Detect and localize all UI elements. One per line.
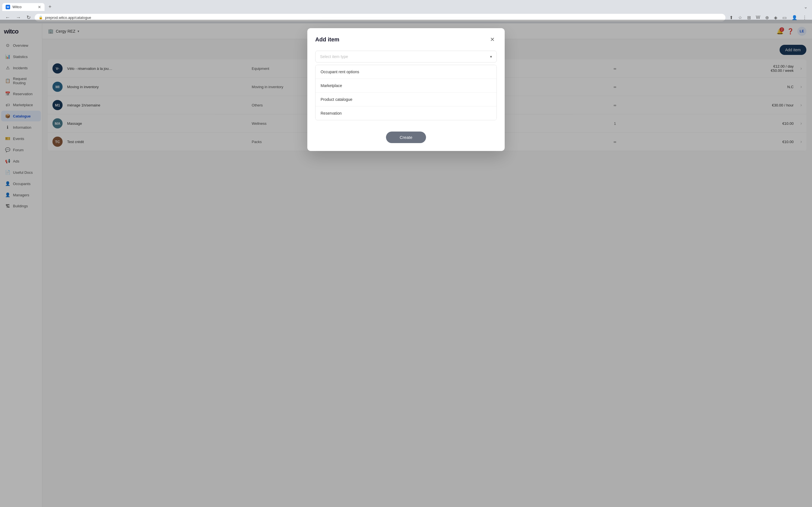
add-item-modal: Add item ✕ Select item type ▾ Occupant r…: [307, 28, 505, 151]
tab-title: Witco: [12, 5, 36, 9]
lock-icon: 🔒: [39, 15, 43, 19]
create-button[interactable]: Create: [386, 131, 426, 143]
url-text: preprod.witco.app/catalogue: [45, 15, 91, 20]
item-type-select[interactable]: Select item type ▾: [315, 51, 497, 62]
dropdown-option-marketplace[interactable]: Marketplace: [315, 79, 497, 93]
dropdown-chevron-icon: ▾: [490, 54, 492, 59]
tab-favicon: W: [6, 5, 10, 9]
modal-overlay[interactable]: Add item ✕ Select item type ▾ Occupant r…: [0, 20, 812, 507]
modal-title: Add item: [315, 36, 340, 43]
tab-list-button[interactable]: ⌄: [802, 3, 810, 11]
select-placeholder: Select item type: [320, 54, 348, 59]
modal-body: Select item type ▾ Occupant rent options…: [307, 48, 505, 127]
modal-close-button[interactable]: ✕: [488, 35, 497, 44]
dropdown-option-product-catalogue[interactable]: Product catalogue: [315, 93, 497, 107]
tab-bar: W Witco ✕ + ⌄: [0, 0, 812, 11]
active-tab[interactable]: W Witco ✕: [2, 3, 45, 11]
modal-footer: Create: [307, 127, 505, 151]
dropdown-option-reservation[interactable]: Reservation: [315, 107, 497, 120]
dropdown-list: Occupant rent optionsMarketplaceProduct …: [315, 65, 497, 120]
new-tab-button[interactable]: +: [46, 2, 54, 11]
modal-header: Add item ✕: [307, 28, 505, 48]
dropdown-option-occupant-rent-options[interactable]: Occupant rent options: [315, 65, 497, 79]
tab-close-button[interactable]: ✕: [38, 5, 41, 9]
